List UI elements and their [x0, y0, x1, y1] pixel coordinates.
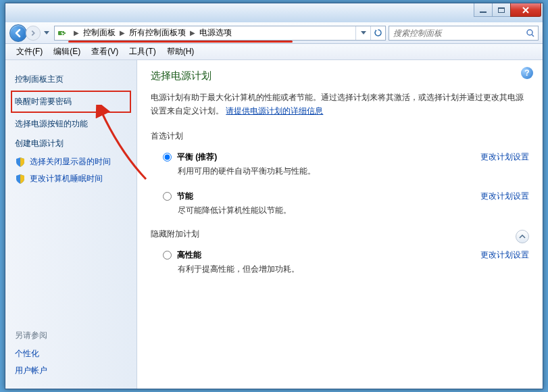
- menu-edit[interactable]: 编辑(E): [48, 46, 86, 57]
- change-plan-link[interactable]: 更改计划设置: [480, 191, 529, 202]
- plan-high-radio[interactable]: [163, 251, 172, 260]
- see-also: 另请参阅 个性化 用户帐户: [5, 326, 136, 389]
- address-dropdown-button[interactable]: [355, 26, 370, 40]
- shield-icon: [15, 174, 26, 185]
- preferred-plans-heading: 首选计划: [151, 130, 529, 142]
- sidebar: 控制面板主页 唤醒时需要密码 选择电源按钮的功能 创建电源计划 选择关闭显示器的…: [5, 60, 137, 389]
- sidebar-require-password[interactable]: 唤醒时需要密码: [11, 91, 131, 113]
- arrow-right-icon: [30, 29, 36, 36]
- sidebar-home[interactable]: 控制面板主页: [15, 70, 127, 89]
- plan-balanced: 平衡 (推荐) 更改计划设置 利用可用的硬件自动平衡功耗与性能。: [151, 147, 529, 187]
- shield-icon: [15, 157, 26, 168]
- sidebar-display-off[interactable]: 选择关闭显示器的时间: [5, 153, 136, 170]
- details-link[interactable]: 请提供电源计划的详细信息: [226, 106, 323, 116]
- main-panel: ? 选择电源计划 电源计划有助于最大化计算机的性能或者节能。通过选择计划来将其激…: [137, 60, 543, 389]
- change-plan-link[interactable]: 更改计划设置: [480, 151, 529, 163]
- change-plan-link[interactable]: 更改计划设置: [480, 249, 529, 261]
- plan-desc: 利用可用的硬件自动平衡功耗与性能。: [163, 163, 529, 177]
- refresh-button[interactable]: [370, 26, 385, 40]
- menu-file[interactable]: 文件(F): [11, 46, 48, 57]
- window: ▶ 控制面板 ▶ 所有控制面板项 ▶ 电源选项 文件(F) 编辑(E) 查看(V…: [5, 3, 543, 389]
- plan-desc: 尽可能降低计算机性能以节能。: [163, 202, 529, 216]
- sidebar-create-plan[interactable]: 创建电源计划: [15, 134, 127, 153]
- plan-desc: 有利于提高性能，但会增加功耗。: [163, 261, 529, 275]
- sidebar-user-accounts[interactable]: 用户帐户: [15, 362, 127, 379]
- chevron-right-icon: ▶: [187, 29, 198, 36]
- sidebar-item-label: 选择关闭显示器的时间: [30, 156, 111, 168]
- menu-tools[interactable]: 工具(T): [124, 46, 161, 57]
- question-icon: ?: [524, 68, 529, 78]
- maximize-button[interactable]: [492, 3, 511, 17]
- search-button[interactable]: [523, 28, 538, 38]
- address-bar[interactable]: ▶ 控制面板 ▶ 所有控制面板项 ▶ 电源选项: [54, 26, 386, 41]
- page-title: 选择电源计划: [151, 70, 529, 82]
- sidebar-personalize[interactable]: 个性化: [15, 345, 127, 362]
- chevron-right-icon: ▶: [71, 29, 82, 36]
- sidebar-item-label: 更改计算机睡眠时间: [30, 173, 103, 185]
- close-icon: [522, 6, 530, 14]
- plan-high-performance: 高性能 更改计划设置 有利于提高性能，但会增加功耗。: [151, 245, 529, 285]
- menu-view[interactable]: 查看(V): [86, 46, 124, 57]
- menubar: 文件(F) 编辑(E) 查看(V) 工具(T) 帮助(H): [5, 44, 543, 60]
- refresh-icon: [374, 28, 382, 37]
- arrow-left-icon: [14, 28, 23, 38]
- battery-plug-icon: [57, 28, 68, 39]
- close-button[interactable]: [510, 3, 541, 17]
- see-also-heading: 另请参阅: [15, 326, 127, 345]
- help-button[interactable]: ?: [521, 67, 533, 79]
- minimize-button[interactable]: [474, 3, 493, 17]
- menu-help[interactable]: 帮助(H): [161, 46, 200, 57]
- chevron-down-icon: [361, 31, 366, 35]
- plan-balanced-radio[interactable]: [163, 153, 172, 162]
- svg-rect-1: [64, 32, 66, 34]
- sidebar-sleep-time[interactable]: 更改计算机睡眠时间: [5, 170, 136, 187]
- search-input[interactable]: [389, 28, 523, 38]
- breadcrumb-item[interactable]: 所有控制面板项: [128, 27, 187, 39]
- plan-saver: 节能 更改计划设置 尽可能降低计算机性能以节能。: [151, 187, 529, 226]
- nav-history-button[interactable]: [42, 25, 51, 41]
- chevron-right-icon: ▶: [117, 29, 128, 36]
- hidden-plans-heading: 隐藏附加计划: [151, 228, 199, 240]
- collapse-button[interactable]: [516, 230, 529, 243]
- plan-name: 平衡 (推荐): [177, 151, 217, 163]
- plan-name: 高性能: [177, 249, 201, 261]
- nav-forward-button[interactable]: [26, 25, 41, 40]
- content: 控制面板主页 唤醒时需要密码 选择电源按钮的功能 创建电源计划 选择关闭显示器的…: [5, 60, 543, 389]
- plan-saver-radio[interactable]: [163, 192, 172, 201]
- nav-back-button[interactable]: [9, 24, 27, 42]
- sidebar-power-button[interactable]: 选择电源按钮的功能: [15, 114, 127, 134]
- breadcrumb-item[interactable]: 电源选项: [198, 27, 233, 39]
- search-icon: [526, 28, 535, 38]
- chevron-up-icon: [519, 234, 526, 239]
- annotation-underline: [68, 41, 293, 43]
- svg-point-2: [527, 30, 532, 35]
- navbar: ▶ 控制面板 ▶ 所有控制面板项 ▶ 电源选项: [5, 22, 543, 44]
- search-box[interactable]: [389, 26, 539, 41]
- titlebar: [5, 3, 543, 22]
- chevron-down-icon: [44, 31, 49, 35]
- plan-name: 节能: [177, 191, 193, 202]
- breadcrumb-item[interactable]: 控制面板: [82, 27, 117, 39]
- page-description: 电源计划有助于最大化计算机的性能或者节能。通过选择计划来将其激活，或选择计划并通…: [151, 91, 529, 118]
